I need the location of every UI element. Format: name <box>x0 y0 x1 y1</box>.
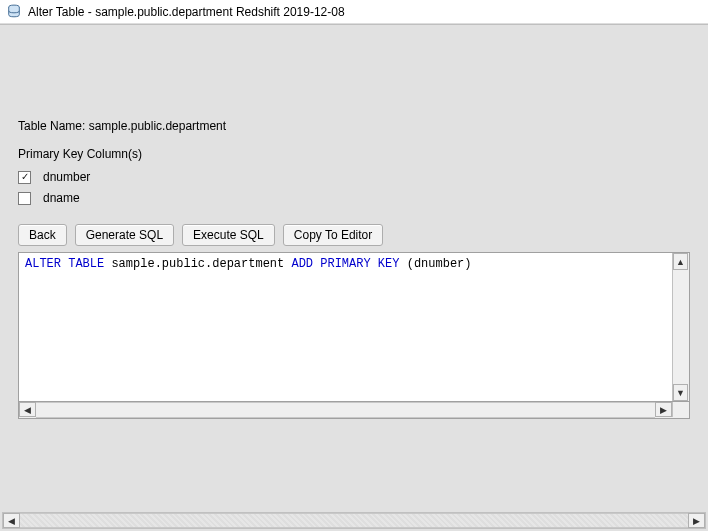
sql-keyword: ALTER TABLE <box>25 257 104 271</box>
scroll-up-button[interactable]: ▲ <box>673 253 688 270</box>
sql-text-part: sample.public.department <box>104 257 291 271</box>
pk-column-row: dname <box>18 188 690 208</box>
generate-sql-button[interactable]: Generate SQL <box>75 224 174 246</box>
scroll-down-button[interactable]: ▼ <box>673 384 688 401</box>
sql-text-part: (dnumber) <box>399 257 471 271</box>
button-row: Back Generate SQL Execute SQL Copy To Ed… <box>18 224 690 246</box>
title-bar: Alter Table - sample.public.department R… <box>0 0 708 24</box>
pk-column-row: dnumber <box>18 167 690 187</box>
sql-editor[interactable]: ALTER TABLE sample.public.department ADD… <box>18 252 690 402</box>
table-name-label: Table Name: sample.public.department <box>18 119 690 133</box>
execute-sql-button[interactable]: Execute SQL <box>182 224 275 246</box>
copy-to-editor-button[interactable]: Copy To Editor <box>283 224 384 246</box>
database-icon <box>6 4 22 20</box>
sql-keyword: ADD PRIMARY KEY <box>291 257 399 271</box>
checkbox-label: dnumber <box>43 170 90 184</box>
checkbox-label: dname <box>43 191 80 205</box>
primary-key-heading: Primary Key Column(s) <box>18 147 690 161</box>
content-area: Table Name: sample.public.department Pri… <box>10 35 698 507</box>
sql-text[interactable]: ALTER TABLE sample.public.department ADD… <box>19 253 672 401</box>
window-title: Alter Table - sample.public.department R… <box>28 5 345 19</box>
checkbox-dname[interactable] <box>18 192 31 205</box>
sql-horizontal-scrollbar[interactable]: ◀ ▶ <box>18 402 690 419</box>
scroll-left-button[interactable]: ◀ <box>3 513 20 528</box>
scroll-right-button[interactable]: ▶ <box>688 513 705 528</box>
scroll-left-button[interactable]: ◀ <box>19 402 36 417</box>
scroll-right-button[interactable]: ▶ <box>655 402 672 417</box>
main-panel: Table Name: sample.public.department Pri… <box>0 24 708 531</box>
back-button[interactable]: Back <box>18 224 67 246</box>
scroll-track[interactable] <box>36 402 655 418</box>
panel-horizontal-scrollbar[interactable]: ◀ ▶ <box>2 512 706 529</box>
scroll-corner <box>672 402 689 417</box>
checkbox-dnumber[interactable] <box>18 171 31 184</box>
scroll-track[interactable] <box>20 513 688 528</box>
sql-vertical-scrollbar[interactable]: ▲ ▼ <box>672 253 689 401</box>
scroll-track[interactable] <box>673 270 689 384</box>
